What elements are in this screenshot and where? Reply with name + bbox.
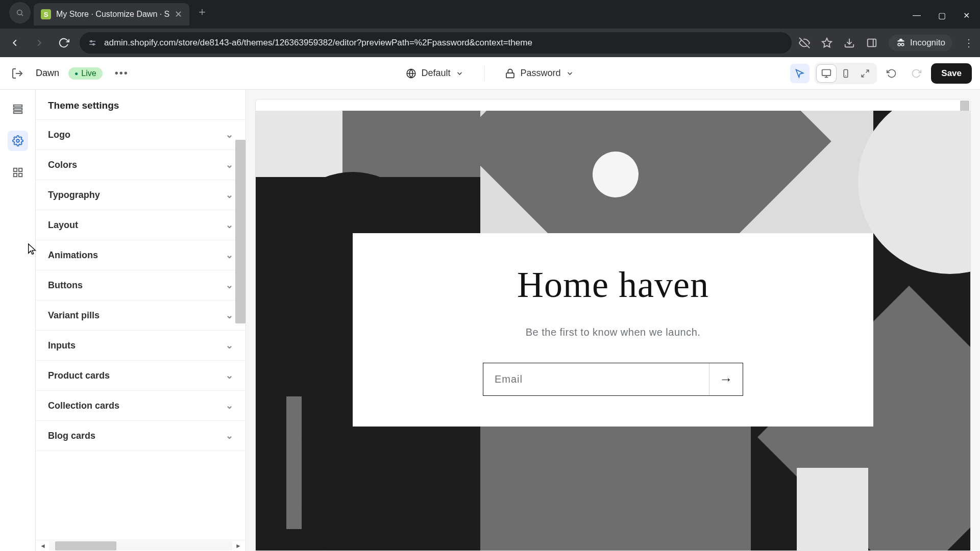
theme-more-button[interactable]: •••: [112, 67, 132, 79]
editor-main: Theme settings Logo⌄ Colors⌄ Typography⌄…: [0, 90, 980, 551]
redo-button[interactable]: [906, 64, 926, 83]
device-mobile-button[interactable]: [836, 65, 855, 82]
scroll-left-icon[interactable]: ◄: [39, 542, 47, 549]
page-label: Password: [521, 68, 561, 79]
svg-rect-25: [13, 108, 22, 110]
scroll-right-icon[interactable]: ►: [234, 542, 242, 549]
device-fullscreen-button[interactable]: [855, 65, 875, 82]
settings-sidebar: Theme settings Logo⌄ Colors⌄ Typography⌄…: [36, 90, 246, 551]
theme-name: Dawn: [36, 68, 59, 79]
bookmark-star-icon[interactable]: [821, 37, 832, 48]
device-preview-group: [815, 63, 877, 84]
window-maximize-icon[interactable]: ▢: [938, 11, 946, 20]
sections-rail-icon[interactable]: [8, 99, 28, 119]
accordion-item-inputs[interactable]: Inputs⌄: [36, 331, 246, 361]
inspector-toggle[interactable]: [790, 64, 810, 83]
svg-rect-29: [18, 168, 21, 171]
preview-frame: Home haven Be the first to know when we …: [255, 99, 971, 551]
site-controls-icon[interactable]: [88, 38, 97, 47]
chevron-down-icon: ⌄: [226, 340, 233, 351]
nav-back-button[interactable]: [6, 34, 23, 52]
sidebar-title: Theme settings: [36, 90, 246, 119]
accordion-item-animations[interactable]: Animations⌄: [36, 240, 246, 270]
sidepanel-icon[interactable]: [866, 37, 877, 48]
accordion-item-layout[interactable]: Layout⌄: [36, 210, 246, 240]
email-submit-button[interactable]: →: [709, 363, 743, 395]
svg-rect-24: [13, 105, 22, 107]
incognito-badge[interactable]: Incognito: [889, 35, 952, 51]
eye-off-icon[interactable]: [799, 37, 810, 48]
save-button[interactable]: Save: [931, 63, 972, 84]
decor-shape: [593, 152, 639, 197]
chevron-down-icon: ⌄: [226, 189, 233, 201]
apps-rail-icon[interactable]: [8, 162, 28, 183]
device-desktop-button[interactable]: [817, 65, 836, 82]
svg-point-0: [17, 10, 22, 15]
decor-shape: [256, 111, 342, 177]
url-bar[interactable]: admin.shopify.com/store/de8143-a6/themes…: [80, 32, 792, 54]
chevron-down-icon: ⌄: [226, 280, 233, 291]
browser-tab-strip: S My Store · Customize Dawn · S ✕ ＋ — ▢ …: [0, 0, 980, 29]
page-selector[interactable]: Password: [500, 65, 579, 82]
svg-rect-17: [822, 69, 831, 76]
chevron-down-icon: ⌄: [226, 430, 233, 441]
svg-rect-31: [13, 173, 16, 177]
accordion-item-logo[interactable]: Logo⌄: [36, 120, 246, 150]
left-icon-rail: [0, 90, 36, 551]
svg-line-22: [866, 70, 869, 72]
chevron-down-icon: ⌄: [226, 400, 233, 411]
browser-tab[interactable]: S My Store · Customize Dawn · S ✕: [34, 3, 189, 26]
accordion-item-variant-pills[interactable]: Variant pills⌄: [36, 300, 246, 331]
browser-menu-icon[interactable]: ⋮: [964, 37, 974, 49]
tab-search-button[interactable]: [9, 2, 31, 23]
chevron-down-icon: ⌄: [226, 129, 233, 140]
preview-area: Home haven Be the first to know when we …: [246, 90, 980, 551]
theme-settings-rail-icon[interactable]: [8, 131, 28, 151]
svg-point-10: [898, 43, 900, 46]
chevron-down-icon: ⌄: [226, 219, 233, 231]
divider: [484, 66, 485, 81]
svg-marker-6: [822, 38, 831, 47]
decor-shape: [797, 468, 868, 550]
nav-reload-button[interactable]: [55, 34, 72, 52]
svg-point-11: [901, 43, 904, 46]
svg-line-1: [21, 14, 23, 16]
exit-editor-button[interactable]: [8, 64, 27, 83]
svg-rect-26: [13, 112, 22, 114]
svg-point-27: [16, 139, 19, 142]
svg-rect-28: [13, 168, 16, 171]
accordion-item-collection-cards[interactable]: Collection cards⌄: [36, 391, 246, 421]
editor-app-bar: Dawn Live ••• Default Password: [0, 57, 980, 90]
accordion-item-product-cards[interactable]: Product cards⌄: [36, 361, 246, 391]
svg-rect-16: [506, 73, 514, 78]
accordion-item-typography[interactable]: Typography⌄: [36, 180, 246, 210]
chevron-down-icon: ⌄: [226, 159, 233, 170]
new-tab-button[interactable]: ＋: [197, 4, 208, 19]
accordion-item-buttons[interactable]: Buttons⌄: [36, 270, 246, 300]
chevron-down-icon: ⌄: [226, 370, 233, 381]
window-close-icon[interactable]: ✕: [963, 11, 970, 20]
url-text: admin.shopify.com/store/de8143-a6/themes…: [104, 38, 532, 48]
chevron-down-icon: ⌄: [226, 310, 233, 321]
nav-forward-button[interactable]: [31, 34, 48, 52]
accordion-item-blog-cards[interactable]: Blog cards⌄: [36, 421, 246, 451]
sidebar-horizontal-scrollbar[interactable]: ◄ ►: [36, 540, 246, 551]
preview-canvas: Home haven Be the first to know when we …: [256, 111, 970, 550]
chevron-down-icon: ⌄: [226, 249, 233, 261]
email-signup-row: →: [483, 363, 743, 396]
live-badge: Live: [68, 67, 103, 80]
window-minimize-icon[interactable]: —: [913, 11, 921, 20]
password-card: Home haven Be the first to know when we …: [353, 233, 873, 427]
accordion-item-colors[interactable]: Colors⌄: [36, 150, 246, 180]
incognito-label: Incognito: [910, 38, 945, 48]
svg-line-23: [862, 74, 865, 77]
template-selector[interactable]: Default: [401, 65, 469, 82]
undo-button[interactable]: [882, 64, 901, 83]
svg-point-5: [93, 44, 94, 45]
sidebar-vertical-scrollbar[interactable]: [235, 140, 246, 323]
store-heading: Home haven: [373, 264, 853, 306]
download-icon[interactable]: [844, 37, 855, 48]
svg-rect-30: [18, 173, 21, 177]
close-tab-icon[interactable]: ✕: [175, 9, 182, 20]
email-input[interactable]: [483, 363, 709, 395]
